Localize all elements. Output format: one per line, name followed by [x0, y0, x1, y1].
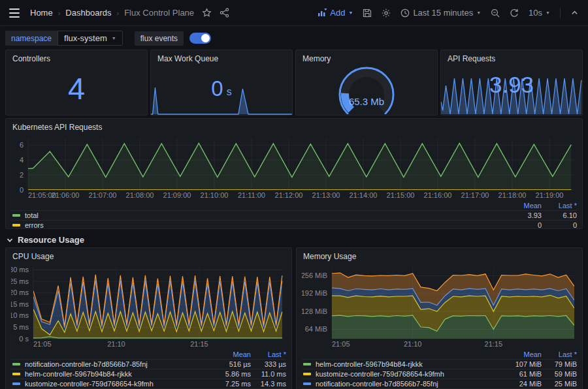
svg-text:21:15: 21:15 — [190, 340, 208, 348]
series-last-value: 6.10 — [542, 211, 577, 219]
series-color-swatch — [303, 363, 311, 366]
k8s-api-requests-chart[interactable]: 21:05:0021:06:0021:07:0021:08:0021:09:00… — [11, 134, 577, 200]
svg-text:21:10:00: 21:10:00 — [201, 191, 229, 199]
dashboard-settings-icon[interactable] — [382, 8, 391, 18]
menu-icon[interactable] — [9, 8, 20, 18]
panel-memory-gauge: Memory 65.3 Mb — [295, 50, 438, 116]
star-icon[interactable] — [202, 8, 212, 18]
legend-header-last[interactable]: Last * — [542, 350, 577, 358]
series-last-value: 14.3 ms — [251, 380, 286, 388]
breadcrumb-current-dashboard: Flux Control Plane — [124, 8, 194, 18]
series-last-value: 333 µs — [251, 360, 286, 368]
panel-title[interactable]: Memory Usage — [297, 248, 582, 263]
legend-header-mean[interactable]: Mean — [210, 350, 251, 358]
panel-title[interactable]: Max Work Queue — [151, 50, 292, 65]
legend-header-mean[interactable]: Mean — [501, 202, 542, 210]
series-label[interactable]: helm-controller-5967b94b84-rjkkk — [25, 370, 210, 378]
cpu-usage-chart[interactable]: 21:0521:1021:150 s5 ms10 ms15 ms20 ms25 … — [11, 263, 286, 349]
panel-controllers: Controllers 4 — [5, 50, 148, 116]
share-icon[interactable] — [220, 8, 229, 18]
svg-text:30 ms: 30 ms — [11, 266, 29, 273]
series-label[interactable]: notification-controller-b7d8566b7-85fnj — [25, 360, 210, 368]
svg-text:21:15: 21:15 — [485, 340, 503, 348]
memory-gauge[interactable]: 65.3 Mb — [300, 65, 433, 114]
add-button[interactable]: Add▼ — [318, 8, 353, 18]
series-last-value: 11.0 ms — [251, 370, 286, 378]
svg-text:15 ms: 15 ms — [11, 300, 29, 308]
svg-text:20 ms: 20 ms — [11, 288, 29, 296]
series-mean-value: 7.25 ms — [210, 380, 251, 388]
max-work-queue-unit: s — [227, 86, 232, 98]
breadcrumb-separator: › — [58, 9, 61, 17]
legend-header-last[interactable]: Last * — [251, 350, 286, 358]
svg-text:21:11:00: 21:11:00 — [238, 191, 265, 199]
series-last-value: 59 MiB — [542, 370, 577, 378]
svg-text:21:17:00: 21:17:00 — [461, 191, 489, 199]
legend-row: helm-controller-5967b94b84-rjkkk107 MiB7… — [302, 359, 577, 369]
svg-text:21:06:00: 21:06:00 — [52, 191, 80, 199]
breadcrumb-dashboards[interactable]: Dashboards — [65, 8, 111, 18]
panel-title[interactable]: CPU Usage — [6, 248, 291, 263]
series-color-swatch — [303, 382, 311, 385]
legend-row: kustomize-controller-759d768654-k9fmh7.2… — [11, 379, 286, 388]
panel-title[interactable]: Controllers — [6, 50, 147, 65]
svg-text:0: 0 — [20, 186, 24, 194]
legend-header: MeanLast * — [11, 200, 577, 210]
namespace-label: namespace — [5, 31, 57, 46]
series-mean-value: 516 µs — [210, 360, 251, 368]
breadcrumb-home[interactable]: Home — [30, 8, 53, 18]
series-color-swatch — [12, 373, 20, 375]
svg-text:64 MiB: 64 MiB — [305, 325, 327, 333]
svg-text:21:13:00: 21:13:00 — [312, 191, 340, 199]
toolbar-divider — [560, 8, 561, 18]
flux-events-control: flux events — [135, 31, 211, 46]
cpu-usage-legend: MeanLast *notification-controller-b7d856… — [6, 349, 291, 389]
legend-header-last[interactable]: Last * — [542, 202, 577, 210]
refresh-icon[interactable] — [510, 8, 519, 18]
series-label[interactable]: notification-controller-b7d8566b7-85fnj — [316, 380, 501, 388]
series-label[interactable]: kustomize-controller-759d768654-k9fmh — [25, 380, 210, 388]
svg-text:192 MiB: 192 MiB — [302, 289, 327, 297]
flux-events-label: flux events — [135, 31, 184, 46]
legend-row: errors00 — [11, 220, 577, 229]
svg-text:10 ms: 10 ms — [11, 311, 29, 319]
k8s-api-requests-row: Kubernetes API Requests 21:05:0021:06:00… — [5, 118, 583, 229]
series-mean-value: 24 MiB — [501, 380, 542, 388]
legend-row: helm-controller-5967b94b84-rjkkk5.86 ms1… — [11, 369, 286, 379]
legend-row: kustomize-controller-759d768654-k9fmh61 … — [302, 369, 577, 379]
svg-text:65.3 Mb: 65.3 Mb — [349, 96, 384, 107]
legend-row: notification-controller-b7d8566b7-85fnj5… — [11, 359, 286, 369]
series-label[interactable]: errors — [25, 221, 501, 229]
series-last-value: 25 MiB — [542, 380, 577, 388]
svg-text:21:05: 21:05 — [33, 340, 52, 348]
legend-header: MeanLast * — [302, 349, 577, 359]
svg-text:21:08:00: 21:08:00 — [126, 191, 154, 199]
panel-title[interactable]: Kubernetes API Requests — [6, 119, 582, 134]
memory-usage-legend: MeanLast *helm-controller-5967b94b84-rjk… — [297, 349, 582, 389]
refresh-interval-dropdown[interactable]: 10s▼ — [529, 8, 550, 18]
section-title: Resource Usage — [18, 235, 84, 245]
series-label[interactable]: kustomize-controller-759d768654-k9fmh — [316, 370, 501, 378]
legend-header-mean[interactable]: Mean — [501, 350, 542, 358]
svg-text:21:07:00: 21:07:00 — [89, 191, 117, 199]
svg-text:5 ms: 5 ms — [13, 323, 29, 331]
svg-text:21:12:00: 21:12:00 — [275, 191, 303, 199]
resource-usage-row-toggle[interactable]: Resource Usage — [5, 230, 583, 247]
svg-text:2: 2 — [20, 171, 24, 179]
series-label[interactable]: total — [25, 211, 501, 219]
time-range-picker[interactable]: Last 15 minutes▼ — [400, 8, 481, 18]
save-dashboard-icon[interactable] — [363, 8, 372, 18]
collapse-nav-icon[interactable] — [570, 8, 579, 17]
zoom-out-icon[interactable] — [491, 8, 500, 18]
chevron-down-icon — [7, 237, 13, 243]
k8s-api-requests-legend: MeanLast *total3.936.10errors00 — [6, 200, 582, 229]
flux-events-toggle[interactable] — [189, 33, 211, 44]
memory-usage-chart[interactable]: 21:0521:1021:1564 MiB128 MiB192 MiB256 M… — [302, 263, 577, 349]
series-label[interactable]: helm-controller-5967b94b84-rjkkk — [316, 360, 501, 368]
panel-title[interactable]: Memory — [296, 50, 437, 65]
panel-title[interactable]: API Requests — [441, 50, 582, 65]
namespace-dropdown[interactable]: flux-system▼ — [57, 31, 123, 46]
svg-text:0 s: 0 s — [19, 335, 29, 343]
top-nav: Home › Dashboards › Flux Control Plane A… — [0, 0, 588, 26]
series-last-value: 79 MiB — [542, 360, 577, 368]
